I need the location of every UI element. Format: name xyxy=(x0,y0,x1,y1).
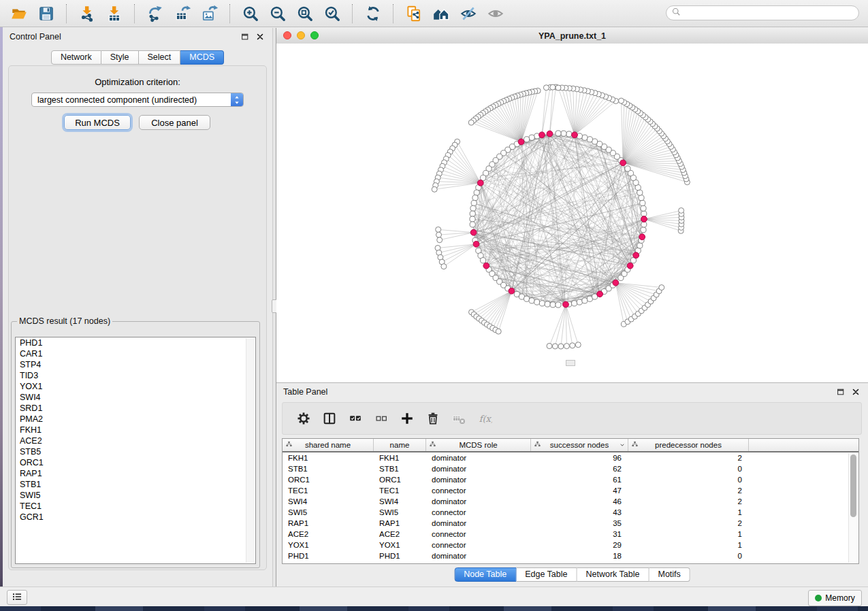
save-session-button[interactable] xyxy=(33,2,60,25)
network-overview-button[interactable] xyxy=(400,2,428,25)
network-graph[interactable] xyxy=(276,44,868,382)
mcds-result-item[interactable]: TEC1 xyxy=(16,501,255,512)
tab-edge-table[interactable]: Edge Table xyxy=(516,567,577,582)
mcds-result-item[interactable]: SWI4 xyxy=(16,392,255,403)
table-tabs: Node TableEdge TableNetwork TableMotifs xyxy=(454,567,690,582)
network-window-titlebar[interactable]: YPA_prune.txt_1 xyxy=(276,28,868,44)
mcds-result-item[interactable]: ORC1 xyxy=(16,457,255,468)
show-all-button[interactable] xyxy=(482,2,509,25)
tab-network[interactable]: Network xyxy=(51,50,101,65)
task-history-button[interactable] xyxy=(7,590,27,605)
zoom-in-button[interactable] xyxy=(237,2,264,25)
run-mcds-button[interactable]: Run MCDS xyxy=(64,115,131,130)
cell-MCDS-role: dominator xyxy=(426,476,531,484)
search-box[interactable] xyxy=(666,5,859,20)
mcds-result-item[interactable]: PMA2 xyxy=(16,414,255,425)
zoom-selected-button[interactable] xyxy=(319,2,346,25)
mcds-list-scrollbar[interactable] xyxy=(246,338,255,563)
tab-style[interactable]: Style xyxy=(101,50,139,65)
zoom-fit-button[interactable] xyxy=(291,2,319,25)
table-row[interactable]: FKH1FKH1dominator962 xyxy=(283,452,858,463)
search-input[interactable] xyxy=(684,7,858,18)
zoom-out-button[interactable] xyxy=(264,2,291,25)
tab-motifs[interactable]: Motifs xyxy=(649,567,690,582)
close-panel-icon xyxy=(851,387,861,397)
mcds-result-item[interactable]: ACE2 xyxy=(16,435,255,446)
hide-selected-button[interactable] xyxy=(455,2,482,25)
column-header-successor-nodes[interactable]: successor nodes xyxy=(531,439,628,451)
close-panel-button[interactable]: Close panel xyxy=(139,115,210,130)
cell-predecessor-nodes: 0 xyxy=(628,552,749,560)
criterion-dropdown[interactable]: largest connected component (undirected) xyxy=(31,93,244,107)
table-row[interactable]: RAP1RAP1dominator352 xyxy=(283,518,858,529)
table-row[interactable]: ORC1ORC1dominator610 xyxy=(283,474,858,485)
mcds-result-item[interactable]: PHD1 xyxy=(16,337,255,348)
column-header-predecessor-nodes[interactable]: predecessor nodes xyxy=(628,439,749,451)
first-neighbors-button[interactable] xyxy=(428,2,455,25)
tab-mcds[interactable]: MCDS xyxy=(180,50,224,65)
mcds-result-item[interactable]: YOX1 xyxy=(16,381,255,392)
open-file-button[interactable] xyxy=(5,2,33,25)
add-column-button[interactable] xyxy=(394,406,420,431)
float-panel-icon[interactable] xyxy=(240,31,251,42)
close-table-panel-icon[interactable] xyxy=(850,386,861,397)
table-scrollbar-thumb[interactable] xyxy=(850,455,856,517)
column-header-shared-name[interactable]: shared name xyxy=(283,439,374,451)
import-table-button[interactable] xyxy=(101,2,128,25)
mcds-result-item[interactable]: FKH1 xyxy=(16,425,255,435)
mcds-result-item[interactable]: CAR1 xyxy=(16,348,255,359)
horizontal-splitter-handle[interactable] xyxy=(566,360,575,366)
table-row[interactable]: SWI5SWI5connector431 xyxy=(283,507,858,518)
search-icon xyxy=(671,7,681,20)
tab-network-table[interactable]: Network Table xyxy=(577,567,649,582)
mcds-result-item[interactable]: TID3 xyxy=(16,370,255,381)
network-canvas[interactable] xyxy=(276,44,868,382)
table-row[interactable]: YOX1YOX1connector291 xyxy=(283,540,858,550)
node-table: shared namenameMCDS rolesuccessor nodesp… xyxy=(282,438,859,564)
mcds-result-item[interactable]: SWI5 xyxy=(16,490,255,501)
list-icon xyxy=(11,591,23,605)
column-header-name[interactable]: name xyxy=(374,439,426,451)
export-image-button[interactable] xyxy=(196,2,223,25)
column-header-MCDS-role[interactable]: MCDS role xyxy=(426,439,531,451)
open-file-icon xyxy=(10,5,28,22)
table-row[interactable]: ACE2ACE2connector311 xyxy=(283,529,858,540)
minimize-window-icon[interactable] xyxy=(297,31,305,39)
table-panel: Table Panel f(x) shared namenameMCDS rol… xyxy=(276,382,868,587)
table-row[interactable]: STB1STB1dominator620 xyxy=(283,463,858,474)
export-network-button[interactable] xyxy=(142,2,169,25)
delete-table-button xyxy=(446,406,472,431)
deselect-all-rows-button[interactable] xyxy=(368,406,394,431)
tab-node-table[interactable]: Node Table xyxy=(454,567,516,582)
show-all-icon xyxy=(487,5,504,22)
tab-select[interactable]: Select xyxy=(139,50,181,65)
table-row[interactable]: PHD1PHD1dominator180 xyxy=(283,550,858,561)
cell-MCDS-role: dominator xyxy=(426,552,531,560)
maximize-window-icon[interactable] xyxy=(310,31,319,39)
refresh-layout-button[interactable] xyxy=(359,2,387,25)
table-row[interactable]: SWI4SWI4dominator462 xyxy=(283,496,858,507)
cell-MCDS-role: connector xyxy=(426,508,531,516)
import-network-button[interactable] xyxy=(74,2,101,25)
close-panel-icon[interactable] xyxy=(255,31,266,42)
mcds-result-item[interactable]: GCR1 xyxy=(16,512,255,523)
table-row[interactable]: TEC1TEC1connector472 xyxy=(283,485,858,496)
export-table-button[interactable] xyxy=(169,2,196,25)
select-all-rows-button[interactable] xyxy=(342,406,368,431)
delete-column-button[interactable] xyxy=(420,406,446,431)
main-toolbar xyxy=(0,0,868,27)
mcds-result-item[interactable]: RAP1 xyxy=(16,468,255,479)
mcds-result-item[interactable]: SRD1 xyxy=(16,403,255,414)
table-scrollbar[interactable] xyxy=(848,453,858,563)
cell-name: FKH1 xyxy=(374,454,426,462)
mcds-result-item[interactable]: STB1 xyxy=(16,479,255,490)
cell-successor-nodes: 31 xyxy=(531,530,628,538)
memory-button[interactable]: Memory xyxy=(808,590,862,606)
close-window-icon[interactable] xyxy=(283,31,291,39)
column-visibility-button[interactable] xyxy=(317,406,342,431)
table-settings-button[interactable] xyxy=(291,406,317,431)
cell-successor-nodes: 29 xyxy=(531,541,628,549)
float-table-panel-icon[interactable] xyxy=(835,386,846,397)
mcds-result-item[interactable]: STB5 xyxy=(16,446,255,457)
mcds-result-item[interactable]: STP4 xyxy=(16,359,255,370)
